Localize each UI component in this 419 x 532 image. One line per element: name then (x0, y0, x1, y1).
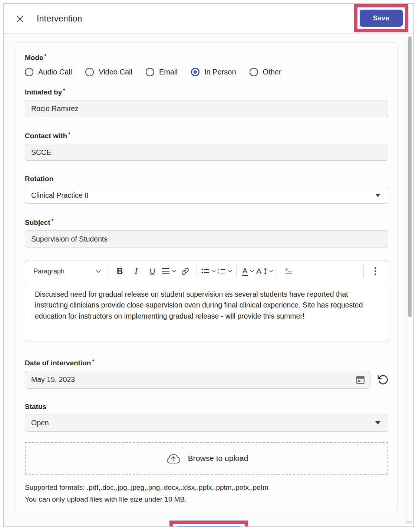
font-color-dropdown[interactable]: A (240, 264, 256, 279)
mode-label: Mode* (25, 53, 388, 62)
intervention-modal: Intervention Save Mode* Audio Call (3, 3, 414, 527)
upload-dropzone[interactable]: Browse to upload (25, 442, 388, 475)
save-button[interactable]: Save (360, 10, 403, 27)
upload-hint-size: You can only upload files with file size… (25, 494, 388, 505)
editor-content[interactable]: Discussed need for gradual release on st… (25, 282, 388, 342)
radio-label: Audio Call (38, 68, 72, 76)
bullet-list-icon (201, 268, 210, 275)
font-color-icon: A (242, 267, 247, 276)
radio-circle[interactable] (250, 68, 258, 76)
radio-circle[interactable] (25, 68, 33, 76)
save-annotation-highlight: Save (354, 4, 408, 32)
link-button[interactable] (177, 264, 193, 279)
outdent-button[interactable] (280, 264, 297, 279)
toolbar-divider (363, 265, 364, 277)
status-label: Status (25, 403, 388, 411)
italic-button[interactable]: I (128, 264, 144, 279)
radio-option-video-call[interactable]: Video Call (85, 68, 132, 76)
radio-circle[interactable] (146, 68, 154, 76)
reset-date-button[interactable] (377, 374, 388, 385)
date-value: May 15, 2023 (31, 375, 75, 384)
initiated-by-field[interactable]: Rocio Ramirez (25, 100, 388, 117)
font-size-icon: A (256, 267, 261, 276)
radio-label: Other (263, 68, 281, 76)
scrollbar-thumb[interactable] (408, 36, 412, 317)
caret-down-icon (375, 194, 380, 197)
radio-option-other[interactable]: Other (250, 68, 281, 76)
up-down-arrow-icon (264, 268, 267, 275)
modal-body: Mode* Audio Call Video Call Email In Pe (4, 34, 413, 526)
followup-row: Add Followup (4, 521, 413, 527)
chevron-down-icon (96, 270, 101, 273)
required-asterisk: * (63, 87, 65, 93)
status-select[interactable]: Open (25, 415, 388, 432)
calendar-icon[interactable] (355, 375, 366, 385)
required-asterisk: * (44, 53, 46, 59)
chevron-down-icon (228, 270, 232, 273)
radio-label: Email (159, 68, 178, 76)
subject-field[interactable]: Supervision of Students (25, 230, 388, 247)
radio-option-email[interactable]: Email (146, 68, 178, 76)
caret-down-icon (375, 421, 380, 425)
initiated-by-label: Initiated by* (25, 87, 388, 96)
followup-annotation-highlight: Add Followup (169, 521, 248, 527)
overflow-menu-button[interactable] (367, 264, 383, 279)
radio-circle-selected[interactable] (191, 68, 199, 76)
toolbar-divider (108, 265, 108, 277)
underline-button[interactable]: U (144, 264, 161, 279)
status-value: Open (31, 419, 49, 427)
modal-header: Intervention Save (4, 4, 413, 34)
browse-to-upload-label: Browse to upload (188, 454, 248, 463)
numbered-list-dropdown[interactable]: 1 2 (217, 264, 233, 279)
rotation-select[interactable]: Clinical Practice II (25, 187, 388, 204)
contact-with-field[interactable]: SCCE (25, 144, 388, 161)
page-title: Intervention (37, 14, 82, 24)
date-of-intervention-label: Date of intervention* (25, 358, 388, 367)
toolbar-divider (197, 265, 197, 277)
paragraph-style-dropdown[interactable]: Paragraph (30, 267, 105, 275)
date-row: May 15, 2023 (25, 371, 388, 389)
radio-label: Video Call (99, 68, 132, 76)
radio-circle[interactable] (85, 68, 94, 76)
editor-toolbar: Paragraph B I U (25, 260, 388, 282)
cloud-upload-icon (165, 452, 181, 464)
rotation-value: Clinical Practice II (31, 191, 89, 200)
radio-option-audio-call[interactable]: Audio Call (25, 68, 72, 76)
add-followup-button[interactable]: Add Followup (175, 526, 243, 527)
intervention-form-card: Mode* Audio Call Video Call Email In Pe (16, 42, 397, 515)
rotation-label: Rotation (25, 175, 388, 183)
toolbar-divider (236, 265, 237, 277)
chevron-down-icon (212, 270, 216, 273)
required-asterisk: * (92, 358, 94, 364)
close-icon[interactable] (15, 14, 25, 24)
align-icon (162, 268, 170, 275)
svg-text:2: 2 (218, 272, 220, 275)
subject-label: Subject* (25, 218, 388, 227)
date-field[interactable]: May 15, 2023 (25, 371, 370, 389)
bold-button[interactable]: B (112, 264, 128, 279)
kebab-icon (375, 267, 376, 275)
bullet-list-dropdown[interactable] (200, 264, 217, 279)
undo-icon (377, 374, 388, 385)
svg-text:1: 1 (218, 268, 220, 271)
required-asterisk: * (68, 131, 70, 137)
chevron-down-icon (172, 270, 176, 273)
chevron-down-icon (269, 270, 273, 273)
contact-with-label: Contact with* (25, 131, 388, 140)
required-asterisk: * (52, 218, 53, 224)
text-align-dropdown[interactable] (161, 264, 177, 279)
radio-label: In Person (204, 68, 236, 76)
font-size-dropdown[interactable]: A (256, 264, 273, 279)
mode-radio-group: Audio Call Video Call Email In Person Ot… (25, 68, 388, 76)
decrease-indent-icon (284, 268, 293, 275)
numbered-list-icon: 1 2 (218, 267, 226, 275)
rich-text-editor: Paragraph B I U (25, 260, 388, 342)
toolbar-divider (277, 265, 277, 277)
chevron-down-icon (250, 270, 254, 273)
resize-grip (407, 521, 412, 523)
upload-hint-formats: Supported formats: .pdf,.doc,.jpg,.jpeg,… (25, 482, 388, 493)
link-icon (181, 267, 189, 275)
radio-option-in-person[interactable]: In Person (191, 68, 236, 76)
